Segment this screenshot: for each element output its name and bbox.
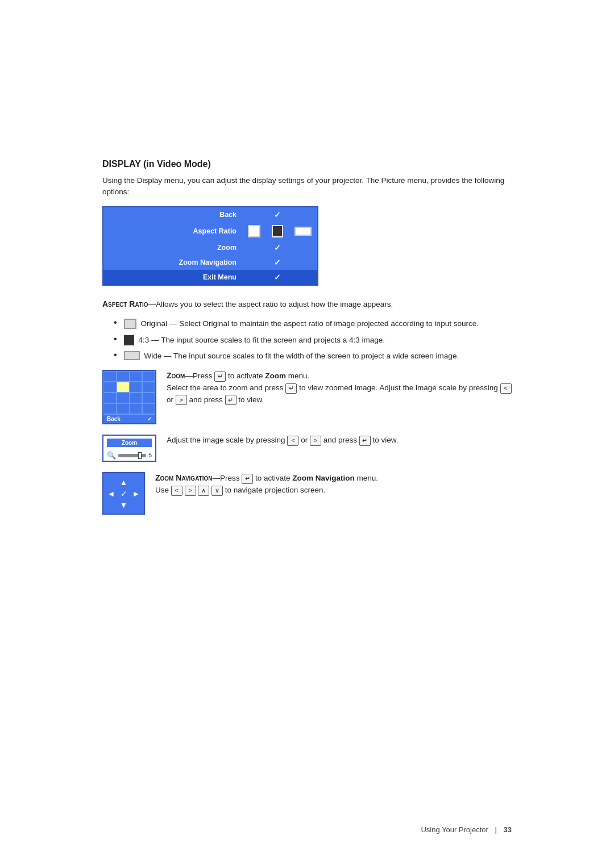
right-key-icon: > — [310, 436, 321, 446]
list-item: • Wide — The input source scales to fit … — [114, 350, 512, 362]
enter-key-icon: ↵ — [225, 395, 237, 405]
zoom-grid-image: Back ✓ — [102, 370, 156, 424]
table-row: Zoom Navigation ✓ — [103, 255, 318, 270]
up-arrow-icon: ▲ — [119, 477, 129, 487]
down-key-icon: ∨ — [211, 486, 223, 496]
zoom-slider-text: Adjust the image scale by pressing < or … — [167, 435, 398, 446]
zoom-text: Zoom—Press ↵ to activate Zoom menu. Sele… — [167, 370, 512, 406]
check-icon: ✓ — [274, 258, 281, 267]
zoom-scale-value: 5 — [148, 452, 152, 458]
zoom-nav-row: ▲ ◄ ✓ ► ▼ Zoom Navigation—Press ↵ to act… — [102, 472, 512, 515]
original-icon — [124, 319, 136, 329]
zoom-search-icon: 🔍 — [107, 451, 116, 460]
list-item: • 4:3 — The input source scales to fit t… — [114, 335, 512, 346]
intro-paragraph: Using the Display menu, you can adjust t… — [102, 175, 512, 198]
zoom-slider-row-inner: 🔍 5 — [107, 451, 152, 460]
zoom-slider-track — [118, 454, 146, 457]
down-arrow-icon: ▼ — [119, 500, 129, 510]
zoom-slider-title: Zoom — [107, 439, 152, 447]
zoom-nav-text: Zoom Navigation—Press ↵ to activate Zoom… — [155, 472, 378, 496]
right-key-icon: > — [185, 486, 196, 496]
left-key-icon: < — [500, 383, 512, 394]
check-icon: ✓ — [274, 210, 281, 219]
menu-table: Back ✓ Aspect Ratio Zoom — [102, 206, 318, 286]
aspect-ratio-wide-icon — [294, 227, 312, 236]
table-row: Exit Menu ✓ — [103, 270, 318, 285]
ratio43-icon — [124, 335, 134, 345]
page-number: 33 — [504, 825, 512, 834]
nav-arrows-box: ▲ ◄ ✓ ► ▼ — [102, 472, 145, 515]
zoom-slider-image: Zoom 🔍 5 — [102, 435, 156, 462]
enter-key-icon: ↵ — [214, 372, 226, 382]
nav-down-row: ▼ — [119, 500, 129, 510]
table-row: Zoom ✓ — [103, 240, 318, 255]
aspect-ratio-desc: Aspect Ratio—Allows you to select the as… — [102, 298, 512, 311]
zoom-feature-row: Back ✓ Zoom—Press ↵ to activate Zoom men… — [102, 370, 512, 424]
enter-key-icon: ↵ — [359, 436, 371, 446]
zoom-nav-term: Zoom Navigation — [155, 473, 213, 482]
left-arrow-icon: ◄ — [106, 489, 117, 499]
ratio43-text: 4:3 — The input source scales to fit the… — [139, 335, 385, 346]
aspect-ratio-original-icon — [248, 225, 260, 237]
wide-icon — [124, 351, 140, 360]
left-key-icon: < — [171, 486, 182, 496]
table-row: Back ✓ — [103, 207, 318, 222]
bullet-dot: • — [114, 350, 117, 360]
aspect-ratio-43-icon — [272, 225, 283, 237]
bullet-dot: • — [114, 335, 117, 344]
zoom-back-bar: Back ✓ — [103, 414, 155, 423]
nav-middle-row: ◄ ✓ ► — [106, 489, 142, 499]
aspect-ratio-term: Aspect Ratio — [102, 299, 148, 308]
original-text: Original — Select Original to maintain t… — [141, 318, 479, 329]
enter-key-icon: ↵ — [285, 383, 297, 394]
zoom-term: Zoom — [167, 371, 185, 380]
left-key-icon: < — [287, 436, 298, 446]
enter-key-icon: ↵ — [242, 474, 253, 484]
section-title: DISPLAY (in Video Mode) — [102, 159, 512, 169]
right-key-icon: > — [176, 395, 187, 405]
footer-pipe: | — [495, 825, 497, 834]
table-row: Aspect Ratio — [103, 222, 318, 240]
zoom-nav-image: ▲ ◄ ✓ ► ▼ — [102, 472, 145, 515]
up-key-icon: ∧ — [198, 486, 209, 496]
zoom-slider-thumb — [138, 452, 142, 459]
nav-up-row: ▲ — [119, 477, 129, 487]
zoom-slider-row: Zoom 🔍 5 Adjust the image scale by press… — [102, 435, 512, 462]
check-icon: ✓ — [274, 273, 281, 282]
check-icon: ✓ — [274, 243, 281, 252]
footer-label: Using Your Projector — [421, 825, 488, 834]
check-center-icon: ✓ — [119, 489, 129, 499]
aspect-ratio-section: Aspect Ratio—Allows you to select the as… — [102, 298, 512, 311]
aspect-ratio-bullet-list: • Original — Select Original to maintain… — [114, 318, 512, 362]
list-item: • Original — Select Original to maintain… — [114, 318, 512, 329]
bullet-dot: • — [114, 318, 117, 327]
page: DISPLAY (in Video Mode) Using the Displa… — [0, 0, 614, 868]
wide-text: Wide — The input source scales to fit th… — [144, 350, 459, 362]
page-footer: Using Your Projector | 33 — [421, 825, 512, 834]
right-arrow-icon: ► — [131, 489, 142, 499]
